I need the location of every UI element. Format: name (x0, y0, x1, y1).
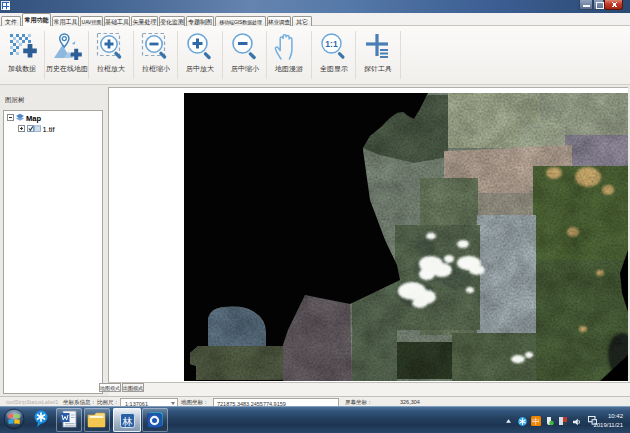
svg-text:中: 中 (532, 417, 540, 426)
svg-text:林: 林 (122, 416, 133, 427)
svg-text:1:1: 1:1 (325, 39, 338, 49)
